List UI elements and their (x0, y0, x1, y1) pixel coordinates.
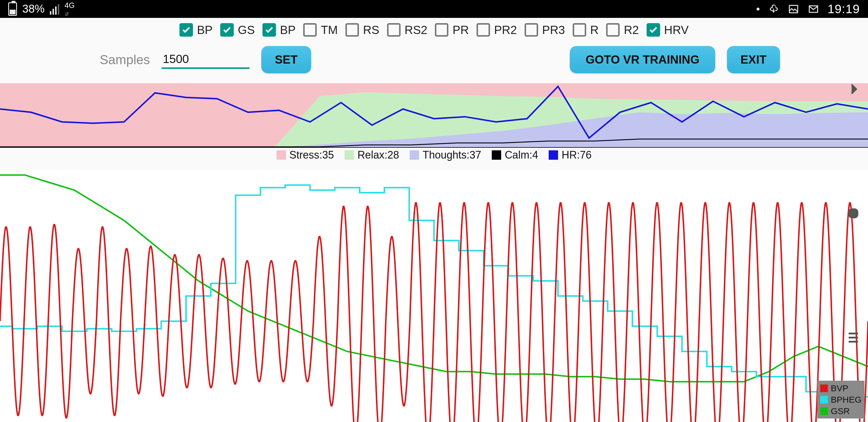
network-type: 4G↓↑ (64, 1, 75, 17)
checkbox-label: TM (321, 24, 338, 37)
download-icon (768, 3, 779, 15)
legend-item: Stress:35 (277, 149, 334, 161)
svg-rect-6 (849, 209, 858, 218)
samples-label: Samples (100, 53, 150, 67)
emotion-chart-legend: Stress:35Relax:28Thoughts:37Calm:4HR:76 (0, 148, 868, 165)
checkbox-label: GS (238, 24, 255, 37)
emotion-chart: Stress:35Relax:28Thoughts:37Calm:4HR:76 (0, 83, 868, 165)
checkbox-hrv[interactable] (647, 23, 660, 37)
set-button[interactable]: SET (261, 46, 311, 73)
checkbox-label: BP (197, 24, 213, 37)
checkbox-tm[interactable] (303, 23, 317, 37)
checkbox-label: HRV (664, 24, 689, 37)
checkbox-label: RS2 (405, 24, 428, 37)
checkbox-bp2[interactable] (262, 23, 276, 37)
checkbox-pr3[interactable] (525, 23, 538, 37)
mail-icon (808, 3, 819, 15)
checkbox-label: R (590, 24, 599, 37)
legend-item: Calm:4 (492, 149, 538, 161)
picture-icon (788, 3, 799, 15)
exit-button[interactable]: EXIT (727, 46, 780, 73)
recent-apps-icon[interactable] (846, 331, 860, 346)
samples-input[interactable] (162, 51, 250, 69)
checkbox-label: RS (363, 24, 379, 37)
checkbox-r[interactable] (573, 23, 586, 37)
battery-icon (8, 2, 17, 16)
checkbox-r2[interactable] (606, 23, 620, 37)
android-status-bar: 38% 4G↓↑ 19:19 (0, 0, 868, 18)
dot-icon (756, 8, 760, 10)
back-icon[interactable] (846, 82, 860, 97)
controls-row: Samples SET GOTO VR TRAINING EXIT (0, 38, 868, 82)
android-nav-bar (839, 24, 868, 422)
legend-item: Relax:28 (345, 149, 399, 161)
legend-item: HR:76 (549, 149, 591, 161)
checkbox-pr[interactable] (435, 23, 448, 37)
checkbox-label: R2 (624, 24, 639, 37)
clock: 19:19 (828, 2, 860, 16)
checkbox-pr2[interactable] (476, 23, 490, 37)
checkbox-row: BPGSBPTMRSRS2PRPR2PR3RR2HRV (0, 18, 868, 38)
battery-percent: 38% (22, 3, 44, 15)
checkbox-label: BP (280, 24, 296, 37)
checkbox-gs[interactable] (220, 23, 234, 37)
checkbox-bp[interactable] (180, 23, 193, 37)
signal-icon (50, 3, 59, 15)
signal-chart: BVPBPHEGGSR (0, 165, 868, 422)
goto-vr-training-button[interactable]: GOTO VR TRAINING (570, 46, 715, 73)
home-icon[interactable] (846, 206, 860, 222)
checkbox-label: PR3 (542, 24, 565, 37)
checkbox-rs[interactable] (345, 23, 359, 37)
checkbox-rs2[interactable] (387, 23, 401, 37)
checkbox-label: PR2 (494, 24, 517, 37)
legend-item: Thoughts:37 (410, 149, 481, 161)
checkbox-label: PR (453, 24, 469, 37)
